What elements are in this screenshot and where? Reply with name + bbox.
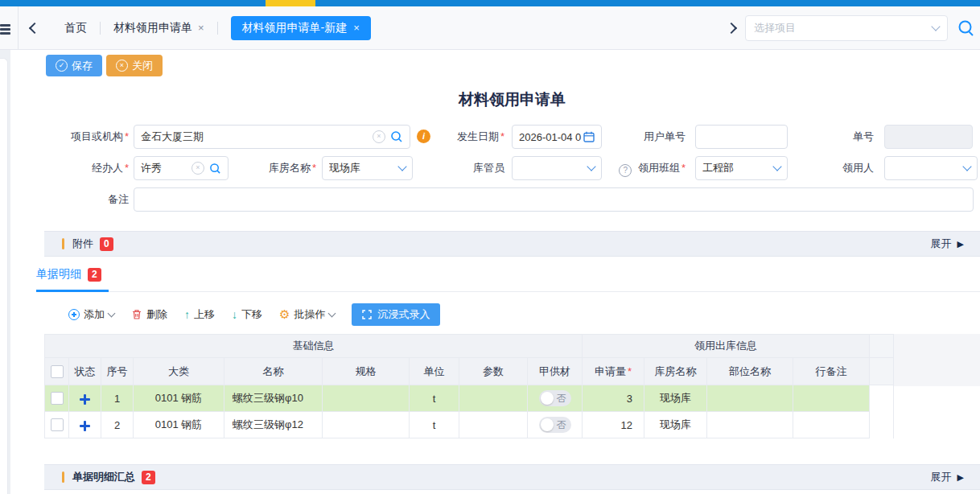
move-down-button[interactable]: ↓ 下移: [232, 307, 262, 322]
immersive-label: 沉浸式录入: [377, 307, 430, 322]
owner-supplied-toggle[interactable]: 否: [539, 390, 571, 406]
cell-empty: [870, 385, 894, 412]
recipient-select[interactable]: [884, 156, 978, 180]
detail-count-badge: 2: [88, 268, 101, 282]
tab-material-requisition[interactable]: 材料领用申请单 ×: [101, 21, 217, 35]
project-input[interactable]: 金石大厦三期 ×: [134, 125, 410, 149]
group-basic-info: 基础信息: [45, 335, 583, 358]
tabs-scroll-right-icon[interactable]: [726, 22, 737, 33]
divider: [18, 6, 19, 49]
keeper-select[interactable]: [512, 156, 602, 180]
summary-label: 单据明细汇总: [72, 470, 135, 484]
tab-material-requisition-new[interactable]: 材料领用申请单-新建 ×: [231, 16, 371, 40]
cell-owner-supplied: 否: [528, 412, 583, 438]
batch-operation-button[interactable]: ⚙ 批操作: [279, 307, 335, 322]
search-icon[interactable]: [957, 19, 975, 37]
cell-unit[interactable]: t: [410, 412, 459, 438]
cell-param[interactable]: [459, 412, 528, 438]
collapsed-sidebar[interactable]: [0, 58, 8, 494]
clear-icon[interactable]: ×: [373, 130, 385, 143]
save-button-label: 保存: [72, 59, 93, 73]
top-nav-active-item[interactable]: [266, 0, 315, 6]
page-title: 材料领用申请单: [44, 89, 980, 110]
info-icon[interactable]: i: [417, 130, 430, 143]
tabs-scroll-left-icon[interactable]: [29, 22, 40, 33]
cell-spec[interactable]: [323, 385, 410, 412]
close-button[interactable]: × 关闭: [106, 55, 163, 76]
row-checkbox[interactable]: [51, 418, 64, 431]
expand-arrow-icon: ▶: [957, 239, 964, 249]
save-button[interactable]: ✓ 保存: [46, 55, 102, 76]
gear-icon: ⚙: [279, 309, 290, 320]
table-row[interactable]: 1 0101 钢筋 螺纹三级钢φ10 t 否 3 现场库: [45, 385, 894, 412]
tab-label: 材料领用申请单: [113, 21, 192, 35]
summary-section-bar[interactable]: 单据明细汇总 2 展开 ▶: [44, 464, 980, 490]
chevron-down-icon: [108, 309, 116, 317]
trash-icon: [131, 309, 142, 320]
owner-supplied-toggle[interactable]: 否: [539, 417, 571, 433]
attachments-count-badge: 0: [100, 237, 113, 251]
calendar-icon[interactable]: [583, 131, 595, 142]
team-select[interactable]: 工程部: [695, 156, 788, 180]
tab-label: 材料领用申请单-新建: [242, 21, 348, 35]
select-all-checkbox[interactable]: [51, 365, 64, 378]
plus-circle-icon: [68, 309, 80, 320]
toggle-label: 否: [557, 392, 566, 405]
chevron-down-icon: [962, 162, 971, 171]
cell-name[interactable]: 螺纹三级钢φ12: [224, 412, 323, 438]
warehouse-select[interactable]: 现场库: [322, 156, 413, 180]
clear-icon[interactable]: ×: [191, 162, 204, 175]
col-warehouse: 库房名称: [644, 358, 707, 385]
col-owner-supplied: 甲供材: [528, 358, 583, 385]
col-row-remark: 行备注: [793, 358, 870, 385]
agent-label: 经办人*: [44, 156, 129, 180]
cell-spec[interactable]: [323, 412, 410, 438]
tab-detail-lines[interactable]: 单据明细 2: [36, 267, 101, 282]
attachments-section-bar[interactable]: 附件 0 展开 ▶: [44, 231, 980, 257]
cell-warehouse[interactable]: 现场库: [644, 412, 707, 438]
remark-input[interactable]: [134, 187, 974, 212]
hamburger-menu-icon[interactable]: [0, 24, 10, 35]
date-input[interactable]: 2026-01-04 0: [512, 125, 602, 149]
user-order-no-input[interactable]: [695, 125, 788, 149]
add-row-button[interactable]: 添加: [68, 307, 114, 322]
chevron-down-icon: [328, 309, 336, 317]
tab-home[interactable]: 首页: [51, 21, 100, 35]
cell-part[interactable]: [707, 385, 793, 412]
summary-expand-button[interactable]: 展开 ▶: [931, 470, 964, 484]
recipient-label: 领用人: [821, 156, 874, 180]
cell-row-remark[interactable]: [793, 412, 870, 438]
project-select-placeholder: 选择项目: [754, 21, 933, 35]
row-checkbox[interactable]: [51, 392, 64, 405]
cell-warehouse[interactable]: 现场库: [644, 385, 707, 412]
cell-param[interactable]: [459, 385, 528, 412]
move-up-button[interactable]: ↑ 上移: [184, 307, 215, 322]
search-icon[interactable]: [209, 163, 221, 175]
close-tab-icon[interactable]: ×: [198, 22, 204, 34]
cell-part[interactable]: [707, 412, 793, 438]
close-tab-icon[interactable]: ×: [353, 22, 360, 34]
move-up-label: 上移: [194, 307, 215, 322]
batch-label: 批操作: [294, 307, 325, 322]
cell-qty[interactable]: 12: [583, 412, 644, 438]
attachments-expand-button[interactable]: 展开 ▶: [931, 237, 964, 251]
delete-row-button[interactable]: 删除: [131, 307, 167, 322]
project-select[interactable]: 选择项目: [745, 15, 948, 41]
cell-seq: 1: [101, 385, 134, 412]
delete-label: 删除: [146, 307, 167, 322]
search-icon[interactable]: [390, 130, 403, 143]
cell-row-remark[interactable]: [793, 385, 870, 412]
tab-bar-right: 选择项目: [727, 6, 975, 49]
open-tabs: 首页 材料领用申请单 × 材料领用申请单-新建 ×: [27, 6, 371, 49]
table-row[interactable]: 2 0101 钢筋 螺纹三级钢φ12 t 否 12 现场库: [45, 412, 894, 438]
row-status-cell: [69, 385, 101, 412]
help-icon[interactable]: ?: [619, 164, 632, 177]
cell-unit[interactable]: t: [410, 385, 459, 412]
cell-name[interactable]: 螺纹三级钢φ10: [224, 385, 323, 412]
cell-category[interactable]: 0101 钢筋: [134, 385, 224, 412]
cell-category[interactable]: 0101 钢筋: [134, 412, 224, 438]
agent-input[interactable]: 许秀 ×: [134, 156, 229, 180]
col-unit: 单位: [410, 358, 459, 385]
immersive-entry-button[interactable]: 沉浸式录入: [352, 303, 440, 326]
cell-qty[interactable]: 3: [583, 385, 644, 412]
